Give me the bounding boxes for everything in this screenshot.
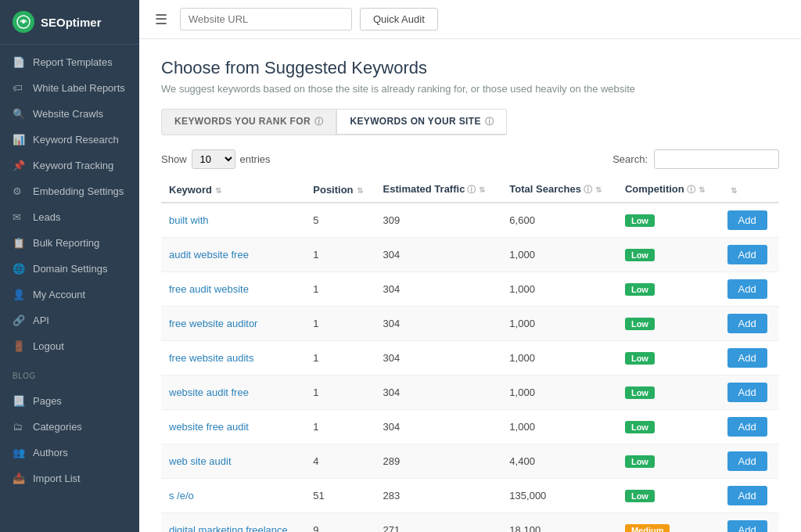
competition-cell-1: Low [617, 238, 720, 272]
sidebar-item-white-label-reports[interactable]: 🏷White Label Reports [0, 75, 139, 101]
search-label: Search: [612, 153, 648, 165]
col-info-estimated_traffic: ⓘ [467, 185, 476, 194]
add-button-3[interactable]: Add [727, 314, 767, 333]
position-cell-2: 1 [305, 272, 375, 307]
sidebar-label-leads: Leads [33, 211, 60, 223]
keyword-cell-7[interactable]: web site audit [161, 444, 305, 479]
add-button-0[interactable]: Add [727, 210, 767, 230]
add-button-1[interactable]: Add [727, 245, 767, 264]
table-row: digital marketing freelance927118,100Med… [161, 513, 779, 533]
table-row: website audit free13041,000LowAdd [161, 376, 779, 410]
entries-select[interactable]: 102550100 [192, 149, 235, 169]
sidebar-label-api: API [33, 315, 49, 326]
add-button-7[interactable]: Add [727, 451, 767, 471]
sidebar-item-bulk-reporting[interactable]: 📋Bulk Reporting [0, 230, 139, 256]
add-cell-6: Add [720, 410, 779, 444]
col-competition: Competitionⓘ⇅ [617, 177, 720, 203]
sidebar-item-import-list[interactable]: 📥Import List [0, 466, 139, 491]
sidebar-item-logout[interactable]: 🚪Logout [0, 333, 139, 359]
sidebar-item-api[interactable]: 🔗API [0, 307, 139, 333]
competition-cell-7: Low [617, 444, 720, 479]
keyword-cell-1: audit website free [161, 238, 305, 272]
competition-cell-0: Low [617, 203, 720, 238]
sidebar-item-keyword-tracking[interactable]: 📌Keyword Tracking [0, 153, 139, 178]
add-button-6[interactable]: Add [727, 417, 767, 437]
add-cell-9: Add [720, 513, 779, 533]
table-row: built with53096,600LowAdd [161, 203, 779, 238]
sidebar-item-leads[interactable]: ✉Leads [0, 204, 139, 230]
sidebar-item-keyword-research[interactable]: 📊Keyword Research [0, 127, 139, 153]
add-button-5[interactable]: Add [727, 383, 767, 402]
position-cell-3: 1 [305, 307, 375, 341]
keyword-link-4[interactable]: free website audits [169, 352, 253, 364]
sidebar-label-keyword-research: Keyword Research [33, 134, 119, 146]
logo-text: SEOptimer [41, 16, 102, 29]
table-row: audit website free13041,000LowAdd [161, 238, 779, 272]
add-cell-8: Add [720, 479, 779, 513]
keyword-cell-0[interactable]: built with [161, 203, 305, 238]
main-area: ☰ Quick Audit Choose from Suggested Keyw… [139, 0, 801, 532]
keyword-link-7[interactable]: web site audit [169, 455, 232, 467]
sidebar-item-report-templates[interactable]: 📄Report Templates [0, 49, 139, 75]
add-button-2[interactable]: Add [727, 279, 767, 299]
add-button-4[interactable]: Add [727, 348, 767, 368]
sort-estimated_traffic[interactable]: ⇅ [479, 185, 485, 194]
sort-competition[interactable]: ⇅ [699, 185, 705, 194]
col-info-total_searches: ⓘ [584, 185, 592, 194]
embedding-settings-icon: ⚙ [13, 185, 25, 197]
traffic-cell-8: 283 [375, 479, 502, 513]
add-cell-7: Add [720, 444, 779, 479]
sidebar-item-authors[interactable]: 👥Authors [0, 440, 139, 466]
position-cell-6: 1 [305, 410, 375, 444]
sort-total_searches[interactable]: ⇅ [595, 185, 602, 194]
add-cell-5: Add [720, 376, 779, 410]
position-cell-5: 1 [305, 376, 375, 410]
tab-on-site[interactable]: KEYWORDS ON YOUR SITEⓘ [336, 109, 507, 135]
sidebar-label-bulk-reporting: Bulk Reporting [33, 237, 99, 249]
sidebar-label-report-templates: Report Templates [33, 56, 113, 68]
categories-icon: 🗂 [13, 421, 25, 433]
search-input[interactable] [654, 149, 779, 169]
sidebar-logo[interactable]: SEOptimer [0, 0, 139, 45]
sidebar-label-logout: Logout [33, 340, 64, 352]
competition-cell-4: Low [617, 341, 720, 376]
competition-badge-0: Low [625, 214, 655, 227]
competition-badge-7: Low [625, 455, 655, 468]
keyword-cell-4[interactable]: free website audits [161, 341, 305, 376]
sidebar-label-white-label-reports: White Label Reports [33, 82, 125, 94]
position-cell-8: 51 [305, 479, 375, 513]
sidebar-item-domain-settings[interactable]: 🌐Domain Settings [0, 256, 139, 282]
quick-audit-button[interactable]: Quick Audit [360, 8, 438, 31]
add-button-9[interactable]: Add [727, 520, 767, 532]
domain-settings-icon: 🌐 [13, 263, 25, 275]
report-templates-icon: 📄 [13, 56, 25, 68]
hamburger-icon[interactable]: ☰ [155, 11, 167, 28]
sidebar-item-pages[interactable]: 📃Pages [0, 388, 139, 414]
keyword-cell-5: website audit free [161, 376, 305, 410]
tab-rank-for[interactable]: KEYWORDS YOU RANK FORⓘ [161, 109, 336, 135]
add-cell-4: Add [720, 341, 779, 376]
searches-cell-2: 1,000 [501, 272, 617, 307]
add-button-8[interactable]: Add [727, 486, 767, 505]
sidebar-item-embedding-settings[interactable]: ⚙Embedding Settings [0, 178, 139, 204]
leads-icon: ✉ [13, 211, 25, 223]
keyword-link-2[interactable]: free audit website [169, 283, 249, 295]
sidebar-item-my-account[interactable]: 👤My Account [0, 282, 139, 307]
sort-keyword[interactable]: ⇅ [215, 186, 221, 195]
keyword-link-0[interactable]: built with [169, 214, 209, 226]
website-url-input[interactable] [180, 8, 352, 31]
page-subtitle: We suggest keywords based on those the s… [161, 83, 779, 95]
sort-position[interactable]: ⇅ [357, 186, 363, 195]
sidebar: SEOptimer 📄Report Templates🏷White Label … [0, 0, 139, 532]
competition-cell-8: Low [617, 479, 720, 513]
competition-cell-2: Low [617, 272, 720, 307]
searches-cell-1: 1,000 [501, 238, 617, 272]
sidebar-blog-section: Blog [0, 364, 139, 383]
api-icon: 🔗 [13, 315, 25, 326]
competition-badge-4: Low [625, 352, 655, 365]
sidebar-item-website-crawls[interactable]: 🔍Website Crawls [0, 101, 139, 127]
sidebar-item-categories[interactable]: 🗂Categories [0, 414, 139, 440]
keyword-cell-2[interactable]: free audit website [161, 272, 305, 307]
authors-icon: 👥 [13, 447, 25, 458]
sidebar-label-categories: Categories [33, 421, 82, 433]
